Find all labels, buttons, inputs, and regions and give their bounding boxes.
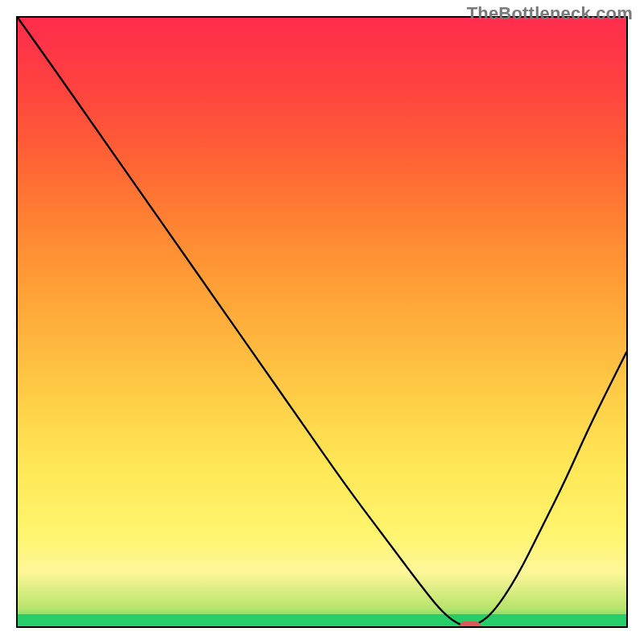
watermark-text: TheBottleneck.com: [467, 3, 633, 24]
bottleneck-curve: [18, 18, 626, 626]
optimal-point-marker: [460, 621, 481, 628]
chart-frame: [16, 16, 628, 628]
chart-curve-layer: [18, 18, 626, 626]
